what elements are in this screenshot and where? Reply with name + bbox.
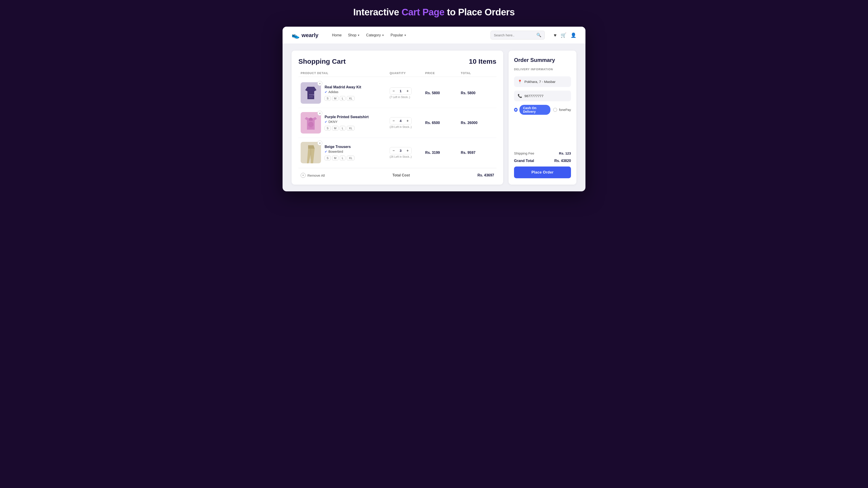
cash-on-delivery-option[interactable]: Cash On Delivery (514, 105, 550, 115)
address-text: Pokhara, 7 - Masbar (524, 80, 556, 84)
price-1: Rs. 5800 (425, 91, 461, 95)
size-m-2[interactable]: M (332, 126, 339, 131)
shipping-fee-value: Rs. 123 (559, 151, 571, 155)
grand-total-row: Grand Total Rs. 43820 (514, 159, 571, 163)
total-cost-label: Total Cost (393, 173, 410, 177)
location-icon: 📍 (518, 79, 522, 84)
nav-category[interactable]: Category ▼ (366, 33, 384, 37)
product-name-2: Purple Printed Sweatshirt (324, 115, 369, 119)
product-info-1: Emirates of NYU × Real Madrid Away Kit ✔… (301, 82, 390, 104)
nav-home[interactable]: Home (332, 33, 342, 37)
product-info-2: × Purple Printed Sweatshirt ✔ DKNY S M (301, 112, 390, 133)
brand-check-icon-3: ✔ (324, 150, 327, 153)
total-1: Rs. 5800 (461, 91, 496, 95)
brand-check-icon-1: ✔ (324, 90, 327, 94)
qty-increase-3[interactable]: + (404, 147, 411, 154)
qty-buttons-2: − 4 + (390, 117, 412, 125)
logo-icon: 👟 (291, 31, 300, 39)
fonepay-option[interactable]: fonePay (553, 108, 571, 112)
user-icon[interactable]: 👤 (570, 33, 577, 38)
cash-radio-active (514, 108, 518, 112)
wishlist-icon[interactable]: ♥ (554, 33, 557, 38)
delivery-label: DELIVERY INFORMATION (514, 68, 571, 71)
remove-all-button[interactable]: × Remove All (301, 173, 325, 178)
product-image-2 (301, 112, 321, 133)
svg-text:of NYU: of NYU (309, 96, 313, 98)
remove-item-1-button[interactable]: × (317, 81, 322, 86)
cart-items: Emirates of NYU × Real Madrid Away Kit ✔… (298, 78, 496, 168)
qty-decrease-3[interactable]: − (390, 147, 397, 154)
product-info-3: × Beige Trousers ✔ Bowerbird S M L (301, 142, 390, 163)
size-options-1: S M L XL (324, 96, 361, 101)
svg-text:Emirates: Emirates (309, 94, 315, 96)
price-3: Rs. 3199 (425, 151, 461, 155)
remove-item-3-button[interactable]: × (317, 140, 322, 145)
qty-value-2: 4 (397, 118, 404, 124)
navbar: 👟 wearly Home Shop ▼ Category ▼ Popular … (283, 27, 585, 44)
stock-info-3: (26 Left in Stock..) (390, 155, 412, 158)
size-xl-2[interactable]: XL (347, 126, 354, 131)
address-field: 📍 Pokhara, 7 - Masbar (514, 76, 571, 87)
cart-section: Shopping Cart 10 Items PRODUCT DETAIL QU… (291, 51, 503, 185)
total-2: Rs. 26000 (461, 121, 496, 125)
size-xl-1[interactable]: XL (347, 96, 354, 101)
product-image-wrap-2: × (301, 112, 321, 133)
qty-value-3: 3 (397, 147, 404, 154)
qty-increase-1[interactable]: + (404, 88, 411, 94)
cart-icon[interactable]: 🛒 (561, 33, 566, 38)
size-m-3[interactable]: M (332, 156, 339, 160)
place-order-button[interactable]: Place Order (514, 166, 571, 178)
col-product: PRODUCT DETAIL (301, 72, 390, 75)
title-highlight: Cart Page (401, 7, 444, 18)
product-brand-2: ✔ DKNY (324, 120, 369, 124)
qty-value-1: 1 (397, 88, 404, 94)
product-name-3: Beige Trousers (324, 145, 354, 149)
product-image-3 (301, 142, 321, 163)
qty-decrease-1[interactable]: − (390, 88, 397, 94)
table-header: PRODUCT DETAIL QUANTITY PRICE TOTAL (298, 70, 496, 77)
quantity-control-2: − 4 + (29 Left in Stock..) (390, 117, 425, 129)
product-image-wrap-1: Emirates of NYU × (301, 82, 321, 104)
nav-shop[interactable]: Shop ▼ (348, 33, 360, 37)
search-button[interactable]: 🔍 (536, 33, 541, 37)
summary-title: Order Summary (514, 57, 571, 63)
product-image-1: Emirates of NYU (301, 82, 321, 104)
remove-item-2-button[interactable]: × (317, 111, 322, 116)
product-details-3: Beige Trousers ✔ Bowerbird S M L XL (324, 145, 354, 160)
logo[interactable]: 👟 wearly (291, 31, 318, 39)
nav-links: Home Shop ▼ Category ▼ Popular ▼ (332, 33, 484, 37)
popular-arrow-icon: ▼ (404, 34, 406, 37)
item-count: 10 Items (469, 57, 496, 65)
size-l-2[interactable]: L (340, 126, 345, 131)
shipping-fee-row: Shipping Fee Rs. 123 (514, 151, 571, 155)
product-details-2: Purple Printed Sweatshirt ✔ DKNY S M L X… (324, 115, 369, 131)
table-row: Emirates of NYU × Real Madrid Away Kit ✔… (298, 78, 496, 108)
search-input[interactable] (494, 33, 535, 37)
phone-text: 9877777777 (524, 94, 544, 98)
qty-decrease-2[interactable]: − (390, 118, 397, 124)
product-brand-3: ✔ Bowerbird (324, 150, 354, 153)
size-s-3[interactable]: S (324, 156, 331, 160)
size-s-1[interactable]: S (324, 96, 331, 101)
size-options-2: S M L XL (324, 126, 369, 131)
table-row: × Purple Printed Sweatshirt ✔ DKNY S M (298, 108, 496, 138)
browser-frame: 👟 wearly Home Shop ▼ Category ▼ Popular … (283, 27, 585, 191)
product-brand-1: ✔ Adidas (324, 90, 361, 94)
grand-total-value: Rs. 43820 (554, 159, 571, 163)
quantity-control-3: − 3 + (26 Left in Stock..) (390, 147, 425, 158)
size-l-3[interactable]: L (340, 156, 345, 160)
size-s-2[interactable]: S (324, 126, 331, 131)
size-m-1[interactable]: M (332, 96, 339, 101)
col-total: TOTAL (461, 72, 496, 75)
qty-increase-2[interactable]: + (404, 118, 411, 124)
main-content: Shopping Cart 10 Items PRODUCT DETAIL QU… (283, 44, 585, 185)
cart-header: Shopping Cart 10 Items (298, 57, 496, 65)
cart-footer: × Remove All Total Cost Rs. 43697 (298, 168, 496, 178)
shipping-fee-label: Shipping Fee (514, 151, 534, 155)
size-xl-3[interactable]: XL (347, 156, 354, 160)
product-image-wrap-3: × (301, 142, 321, 163)
product-details-1: Real Madrid Away Kit ✔ Adidas S M L XL (324, 85, 361, 101)
size-l-1[interactable]: L (340, 96, 345, 101)
nav-popular[interactable]: Popular ▼ (391, 33, 406, 37)
table-row: × Beige Trousers ✔ Bowerbird S M L (298, 138, 496, 168)
